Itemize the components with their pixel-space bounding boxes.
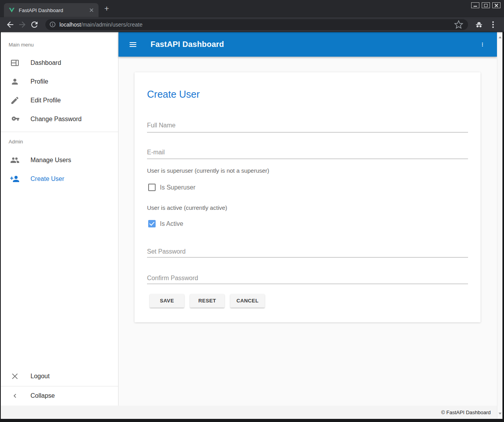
site-info-icon[interactable] — [49, 21, 56, 28]
person-add-icon — [10, 174, 20, 184]
window-maximize-button[interactable] — [482, 2, 490, 8]
appbar-title: FastAPI Dashboard — [151, 40, 224, 49]
email-field[interactable]: E-mail — [147, 149, 165, 156]
sidebar-item-collapse[interactable]: Collapse — [1, 386, 118, 405]
app-bar: FastAPI Dashboard — [118, 32, 497, 57]
set-password-field[interactable]: Set Password — [147, 248, 186, 255]
sidebar-item-change-password[interactable]: Change Password — [1, 110, 118, 129]
window-close-button[interactable] — [492, 2, 500, 8]
email-underline — [147, 159, 468, 159]
confirm-password-field[interactable]: Confirm Password — [147, 275, 198, 282]
full-name-field[interactable]: Full Name — [147, 122, 176, 129]
close-icon — [10, 372, 20, 381]
back-icon[interactable] — [5, 20, 15, 29]
sidebar: Main menu Dashboard Profile Edit Profile… — [1, 32, 118, 406]
is-superuser-label: Is Superuser — [160, 184, 196, 191]
sidebar-item-manage-users[interactable]: Manage Users — [1, 151, 118, 170]
hamburger-menu-icon[interactable] — [128, 40, 138, 49]
browser-menu-icon[interactable] — [488, 20, 498, 29]
vue-favicon-icon — [9, 7, 15, 13]
sidebar-divider — [1, 132, 118, 132]
sidebar-item-logout[interactable]: Logout — [1, 367, 118, 386]
browser-tab[interactable]: FastAPI Dashboard — [4, 3, 99, 17]
superuser-hint: User is superuser (currently is not a su… — [147, 167, 269, 174]
reload-icon[interactable] — [30, 20, 39, 29]
dashboard-icon — [10, 58, 20, 68]
window-controls — [471, 2, 500, 8]
chevron-left-icon — [10, 391, 20, 401]
new-tab-button[interactable]: + — [102, 4, 112, 14]
person-icon — [10, 77, 20, 86]
reset-button[interactable]: RESET — [190, 294, 224, 308]
scrollbar-up-arrow[interactable] — [499, 35, 502, 38]
sidebar-item-edit-profile[interactable]: Edit Profile — [1, 91, 118, 110]
page: Main menu Dashboard Profile Edit Profile… — [1, 32, 502, 419]
bookmark-star-icon[interactable] — [454, 20, 463, 29]
main-content: FastAPI Dashboard Create User Full Name … — [118, 32, 497, 406]
page-footer: © FastAPI Dashboard — [1, 406, 497, 419]
pencil-icon — [10, 96, 20, 105]
sidebar-section-admin: Admin — [9, 139, 23, 145]
sidebar-item-create-user[interactable]: Create User — [1, 170, 118, 188]
incognito-icon — [474, 20, 484, 29]
tab-title: FastAPI Dashboard — [19, 7, 88, 13]
window-minimize-button[interactable] — [471, 2, 479, 8]
browser-toolbar: localhost/main/admin/users/create — [0, 17, 504, 32]
url-text: localhost/main/admin/users/create — [59, 21, 454, 28]
is-active-label: Is Active — [160, 220, 183, 227]
appbar-menu-icon[interactable] — [480, 40, 485, 49]
confirm-password-underline — [147, 284, 468, 284]
create-user-card: Create User Full Name E-mail User is sup… — [135, 72, 481, 322]
scrollbar[interactable] — [497, 32, 502, 419]
browser-tabstrip: FastAPI Dashboard + — [0, 0, 504, 17]
key-icon — [10, 114, 20, 124]
tab-close-icon[interactable] — [88, 7, 95, 13]
set-password-underline — [147, 257, 468, 257]
card-title: Create User — [147, 89, 200, 100]
people-icon — [10, 156, 20, 165]
is-active-checkbox[interactable] — [148, 220, 156, 227]
is-superuser-checkbox-row: Is Superuser — [148, 184, 196, 191]
scrollbar-down-arrow[interactable] — [499, 413, 502, 416]
full-name-underline — [147, 132, 468, 132]
sidebar-section-main-menu: Main menu — [9, 42, 34, 48]
copyright-text: © FastAPI Dashboard — [441, 409, 491, 415]
sidebar-item-dashboard[interactable]: Dashboard — [1, 54, 118, 72]
address-bar[interactable]: localhost/main/admin/users/create — [45, 19, 468, 30]
forward-icon[interactable] — [18, 20, 27, 29]
cancel-button[interactable]: CANCEL — [230, 294, 265, 308]
form-buttons: SAVE RESET CANCEL — [150, 294, 265, 308]
sidebar-item-profile[interactable]: Profile — [1, 72, 118, 91]
is-active-checkbox-row: Is Active — [148, 220, 183, 227]
save-button[interactable]: SAVE — [150, 294, 184, 308]
is-superuser-checkbox[interactable] — [148, 184, 156, 191]
active-hint: User is active (currently active) — [147, 204, 227, 211]
